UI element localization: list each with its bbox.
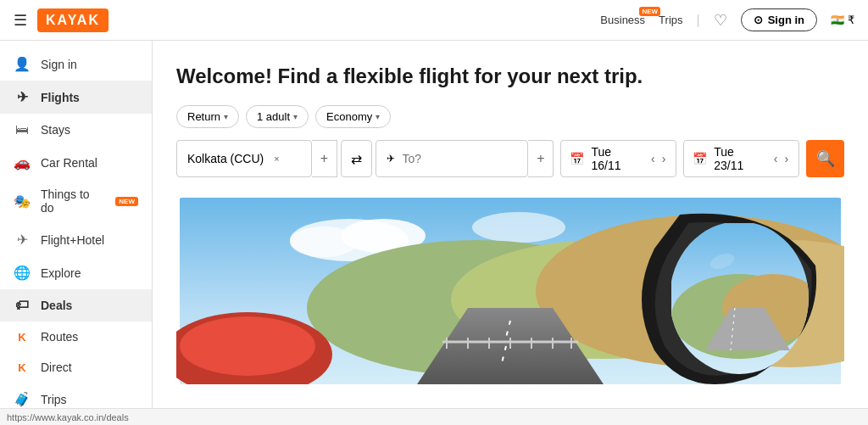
date2-next-button[interactable]: › (782, 150, 790, 167)
svg-point-4 (290, 226, 358, 257)
calendar-icon-1: 📅 (570, 152, 584, 165)
routes-icon: K (14, 331, 31, 344)
date1-prev-button[interactable]: ‹ (649, 150, 657, 167)
sidebar-label-trips: Trips (41, 393, 67, 406)
origin-field[interactable]: Kolkata (CCU) × (176, 140, 312, 177)
top-nav-left: ☰ KAYAK (14, 8, 108, 32)
hero-image (176, 198, 844, 384)
search-bar: Kolkata (CCU) × + ⇄ ✈ + 📅 Tue 16/11 (176, 140, 844, 177)
hamburger-menu[interactable]: ☰ (14, 11, 27, 30)
date1-nav: ‹ › (649, 150, 667, 167)
destination-plane-icon: ✈ (387, 153, 395, 165)
page-title: Welcome! Find a flexible flight for your… (176, 64, 844, 88)
search-icon: 🔍 (816, 149, 835, 168)
date2-prev-button[interactable]: ‹ (772, 150, 780, 167)
sidebar: 👤 Sign in ✈ Flights 🛏 Stays 🚗 Car Rental… (0, 41, 153, 408)
sidebar-label-explore: Explore (41, 266, 81, 280)
departure-date-value: Tue 16/11 (591, 145, 637, 172)
add-origin-button[interactable]: + (312, 140, 337, 177)
sidebar-item-flights[interactable]: ✈ Flights (0, 81, 152, 114)
direct-icon: K (14, 361, 31, 374)
cabin-filter[interactable]: Economy ▾ (315, 105, 391, 128)
currency-symbol: ₹ (848, 14, 854, 26)
sidebar-label-routes: Routes (41, 330, 78, 344)
sidebar-item-sign-in[interactable]: 👤 Sign in (0, 48, 152, 81)
currency-selector[interactable]: 🇮🇳 ₹ (831, 14, 854, 26)
passengers-chevron: ▾ (293, 112, 298, 121)
sidebar-label-sign-in: Sign in (41, 58, 77, 71)
top-nav-right: Business NEW Trips | ♡ ⊙ Sign in 🇮🇳 ₹ (600, 8, 854, 31)
flights-icon: ✈ (14, 89, 31, 105)
return-date-value: Tue 23/11 (714, 145, 760, 172)
things-new-badge: NEW (115, 197, 138, 206)
sidebar-item-direct[interactable]: K Direct (0, 352, 152, 383)
sidebar-label-flights: Flights (41, 91, 80, 104)
status-url: https://www.kayak.co.in/deals (7, 412, 129, 422)
date1-next-button[interactable]: › (660, 150, 668, 167)
svg-point-5 (472, 212, 565, 243)
sidebar-item-things-to-do[interactable]: 🎭 Things to do NEW (0, 179, 152, 223)
car-icon: 🚗 (14, 154, 31, 171)
sidebar-item-flight-hotel[interactable]: ✈ Flight+Hotel (0, 223, 152, 256)
cabin-chevron: ▾ (376, 112, 380, 121)
stays-icon: 🛏 (14, 122, 31, 137)
destination-field[interactable]: ✈ (376, 140, 528, 177)
sidebar-item-explore[interactable]: 🌐 Explore (0, 256, 152, 289)
main-content: Welcome! Find a flexible flight for your… (153, 41, 868, 408)
return-date-field[interactable]: 📅 Tue 23/11 ‹ › (683, 140, 799, 177)
sidebar-item-trips[interactable]: 🧳 Trips (0, 383, 152, 408)
origin-value: Kolkata (CCU) (187, 152, 264, 165)
trips-link[interactable]: Trips (659, 14, 682, 26)
sidebar-item-routes[interactable]: K Routes (0, 322, 152, 352)
explore-icon: 🌐 (14, 265, 31, 281)
flight-hotel-icon: ✈ (14, 232, 31, 248)
svg-point-22 (180, 316, 315, 376)
main-layout: 👤 Sign in ✈ Flights 🛏 Stays 🚗 Car Rental… (0, 41, 868, 408)
flag-icon: 🇮🇳 (831, 14, 844, 26)
trip-type-filter[interactable]: Return ▾ (176, 105, 239, 128)
top-nav: ☰ KAYAK Business NEW Trips | ♡ ⊙ Sign in… (0, 0, 868, 41)
clear-origin-button[interactable]: × (274, 154, 279, 164)
filter-row: Return ▾ 1 adult ▾ Economy ▾ (176, 105, 844, 128)
add-destination-button[interactable]: + (528, 140, 554, 177)
sidebar-label-stays: Stays (41, 123, 70, 137)
date2-nav: ‹ › (772, 150, 790, 167)
sidebar-label-things-to-do: Things to do (41, 187, 102, 215)
nav-divider: | (697, 13, 700, 28)
kayak-logo[interactable]: KAYAK (37, 8, 108, 32)
search-section: Welcome! Find a flexible flight for your… (153, 41, 868, 191)
status-bar: https://www.kayak.co.in/deals (0, 408, 868, 425)
deals-icon: 🏷 (14, 298, 31, 313)
destination-input[interactable] (402, 152, 478, 165)
search-button[interactable]: 🔍 (806, 140, 844, 177)
sidebar-label-deals: Deals (41, 299, 72, 312)
sidebar-label-car-rental: Car Rental (41, 156, 97, 170)
hero-svg (176, 198, 844, 384)
sidebar-label-direct: Direct (41, 361, 72, 374)
swap-button[interactable]: ⇄ (341, 140, 373, 177)
sidebar-label-flight-hotel: Flight+Hotel (41, 233, 104, 247)
sidebar-item-stays[interactable]: 🛏 Stays (0, 114, 152, 146)
things-icon: 🎭 (14, 193, 31, 210)
calendar-icon-2: 📅 (693, 152, 707, 165)
sidebar-item-car-rental[interactable]: 🚗 Car Rental (0, 146, 152, 179)
trips-icon: 🧳 (14, 391, 31, 407)
business-new-badge: NEW (639, 7, 660, 16)
trip-type-chevron: ▾ (224, 112, 228, 121)
passengers-filter[interactable]: 1 adult ▾ (246, 105, 309, 128)
business-link[interactable]: Business NEW (600, 14, 645, 26)
sign-in-icon: ⊙ (754, 14, 763, 26)
sidebar-item-deals[interactable]: 🏷 Deals (0, 289, 152, 322)
departure-date-field[interactable]: 📅 Tue 16/11 ‹ › (560, 140, 676, 177)
favorites-button[interactable]: ♡ (714, 11, 727, 30)
user-icon: 👤 (14, 56, 31, 72)
sign-in-button[interactable]: ⊙ Sign in (741, 8, 817, 31)
